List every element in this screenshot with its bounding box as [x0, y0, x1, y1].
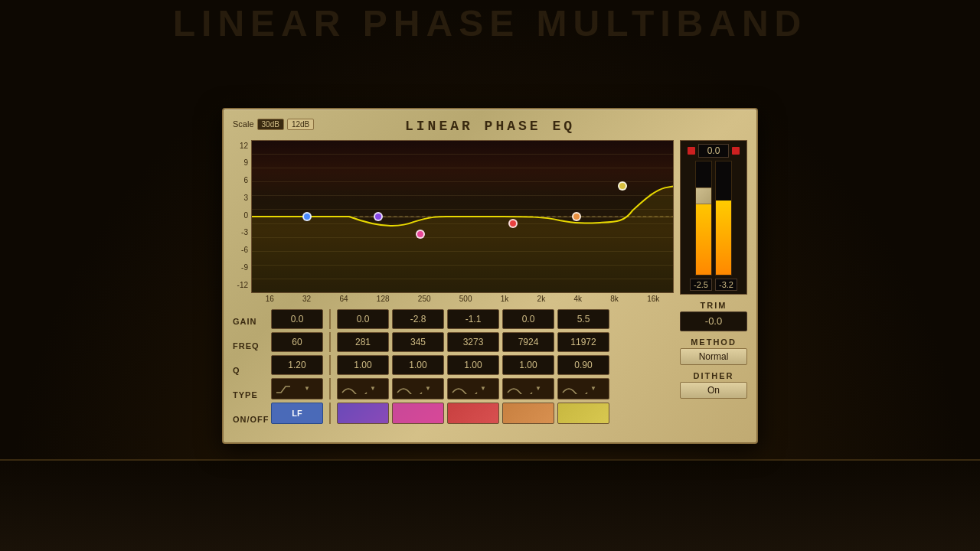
type-select-6[interactable]: ▼ [557, 378, 609, 399]
gain-label: GAIN [233, 311, 271, 332]
q-label: Q [233, 360, 271, 381]
onoff-button-5[interactable] [502, 403, 554, 424]
gain-cell-6 [557, 309, 609, 329]
band-4-dot[interactable] [508, 219, 518, 228]
bell-icon-4 [451, 383, 479, 394]
meter-left-fill [696, 197, 711, 275]
gain-input-2[interactable] [337, 309, 389, 329]
type-select-2[interactable]: ▼ [337, 378, 389, 399]
meter-section: 0.0 -2.5 -3.2 [680, 140, 747, 295]
gain-input-6[interactable] [557, 309, 609, 329]
dither-section: DITHER On [680, 371, 747, 399]
band-2-dot[interactable] [374, 212, 383, 221]
app-background-title: LINEAR PHASE MULTIBAND [0, 0, 980, 46]
freq-input-2[interactable] [337, 332, 389, 352]
dither-button[interactable]: On [680, 382, 747, 399]
freq-input-1[interactable] [271, 332, 323, 352]
gain-cell-4 [447, 309, 499, 329]
bell-icon-5 [506, 383, 534, 394]
controls-labels: GAIN FREQ Q TYPE ON/OFF [233, 309, 271, 430]
freq-input-3[interactable] [392, 332, 444, 352]
separator-4 [329, 378, 331, 399]
yaxis-12: 12 [233, 142, 248, 150]
bell-icon-3 [396, 383, 423, 394]
freq-input-4[interactable] [447, 332, 499, 352]
eq-canvas-wrap: 16 32 64 128 250 500 1k 2k 4k 8k 16k [251, 140, 674, 303]
gain-input-5[interactable] [502, 309, 554, 329]
separator-3 [329, 355, 331, 375]
q-input-2[interactable] [337, 355, 389, 375]
type-select-4[interactable]: ▼ [447, 378, 499, 399]
eq-canvas[interactable] [251, 140, 674, 293]
q-input-6[interactable] [557, 355, 609, 375]
right-panel: 0.0 -2.5 -3.2 [680, 140, 747, 430]
onoff-button-1[interactable]: LF [271, 403, 323, 424]
onoff-label: ON/OFF [233, 409, 271, 430]
q-input-1[interactable] [271, 355, 323, 375]
q-input-5[interactable] [502, 355, 554, 375]
separator-1 [329, 309, 331, 329]
yaxis-3: 3 [233, 194, 248, 202]
xaxis-2k: 2k [537, 295, 546, 303]
trim-input[interactable] [680, 311, 747, 331]
xaxis-64: 64 [339, 295, 348, 303]
freq-cell-6 [557, 332, 609, 352]
type-select-inner-5: ▼ [503, 383, 554, 394]
method-button[interactable]: Normal [680, 348, 747, 365]
bell-icon-2 [341, 383, 368, 394]
yaxis-0: 0 [233, 211, 248, 220]
xaxis-128: 128 [377, 295, 390, 303]
scale-12db-button[interactable]: 12dB [287, 119, 314, 130]
meter-slider[interactable] [695, 187, 712, 204]
type-arrow-3: ▼ [425, 385, 431, 392]
type-select-inner-3: ▼ [393, 383, 443, 394]
floor-decoration [0, 459, 980, 551]
gain-input-4[interactable] [447, 309, 499, 329]
freq-input-6[interactable] [557, 332, 609, 352]
q-cell-5 [502, 355, 554, 375]
gain-input-1[interactable] [271, 309, 323, 329]
dither-label: DITHER [694, 371, 734, 380]
freq-cell-1 [271, 332, 323, 352]
band-3-dot[interactable] [416, 230, 425, 239]
type-select-1[interactable]: ▼ [271, 378, 323, 399]
scale-controls: Scale 30dB 12dB [233, 119, 314, 130]
onoff-button-2[interactable] [337, 403, 389, 424]
q-input-3[interactable] [392, 355, 444, 375]
onoff-cell-4 [447, 403, 499, 424]
type-select-3[interactable]: ▼ [392, 378, 444, 399]
xaxis-32: 32 [302, 295, 311, 303]
band-5-dot[interactable] [572, 212, 581, 221]
yaxis-6: 6 [233, 176, 248, 184]
freq-input-5[interactable] [502, 332, 554, 352]
q-input-4[interactable] [447, 355, 499, 375]
meter-led-left [688, 147, 695, 155]
type-cell-6: ▼ [557, 378, 609, 399]
type-select-5[interactable]: ▼ [502, 378, 554, 399]
band-6-dot[interactable] [618, 181, 627, 191]
onoff-button-3[interactable] [392, 403, 444, 424]
meter-db-row: -2.5 -3.2 [684, 279, 743, 291]
gain-cell-1 [271, 309, 323, 329]
q-cell-4 [447, 355, 499, 375]
xaxis-4k: 4k [573, 295, 582, 303]
scale-30db-button[interactable]: 30dB [257, 119, 284, 130]
band-1-dot[interactable] [302, 212, 312, 221]
onoff-button-4[interactable] [447, 403, 499, 424]
type-cell-5: ▼ [502, 378, 554, 399]
plugin-window: Scale 30dB 12dB LINEAR PHASE EQ 12 9 6 3… [222, 108, 758, 444]
yaxis-neg6: -6 [233, 246, 248, 254]
type-arrow-1: ▼ [304, 385, 310, 392]
meter-peak-value: 0.0 [698, 144, 729, 158]
eq-main: 12 9 6 3 0 -3 -6 -9 -12 [233, 140, 674, 430]
onoff-row: LF [271, 403, 674, 424]
gain-input-3[interactable] [392, 309, 444, 329]
q-cell-1 [271, 355, 323, 375]
freq-cell-2 [337, 332, 389, 352]
eq-display: 12 9 6 3 0 -3 -6 -9 -12 [233, 140, 674, 303]
controls-section: GAIN FREQ Q TYPE ON/OFF [233, 309, 674, 430]
xaxis-16: 16 [266, 295, 274, 303]
bell-icon-6 [561, 383, 589, 394]
method-section: METHOD Normal [680, 337, 747, 365]
onoff-button-6[interactable] [557, 403, 609, 424]
